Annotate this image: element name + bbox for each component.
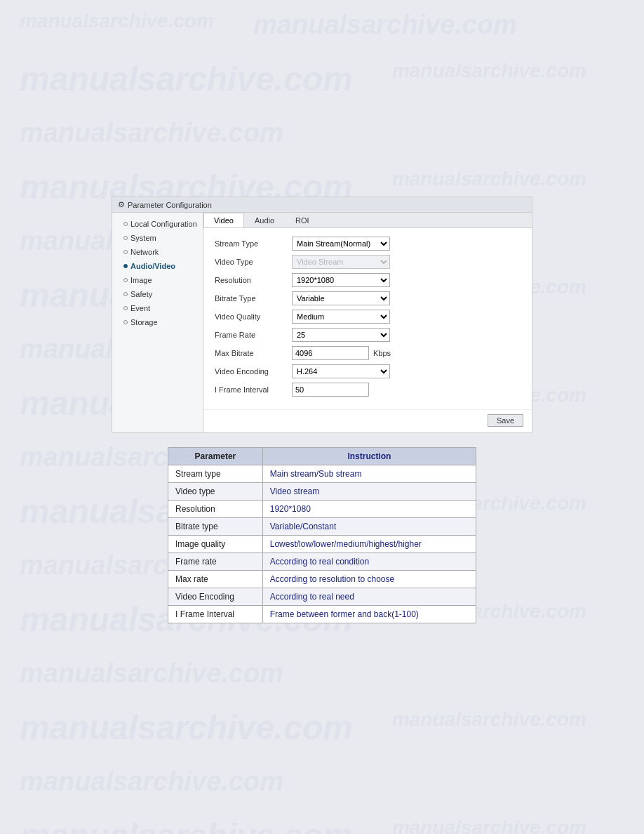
form-label-video-quality: Video Quality — [215, 312, 292, 321]
sidebar-dot — [123, 236, 128, 240]
tabs: VideoAudioROI — [203, 213, 532, 228]
select-frame-rate[interactable]: 253015 — [292, 328, 390, 342]
form-row-video-encoding: Video Encoding H.264H.265 — [215, 364, 521, 378]
page-content: ⚙ Parameter Configuration Local Configur… — [0, 0, 644, 623]
table-cell-param: Stream type — [168, 465, 263, 483]
select-video-encoding[interactable]: H.264H.265 — [292, 364, 390, 378]
tab-audio[interactable]: Audio — [244, 213, 285, 227]
form-area: Stream Type Main Stream(Normal)Sub Strea… — [203, 228, 532, 409]
form-label-bitrate-type: Bitrate Type — [215, 294, 292, 303]
table-row: Video Encoding According to real need — [168, 588, 476, 606]
table-row: Bitrate type Variable/Constant — [168, 518, 476, 536]
sidebar-dot — [123, 306, 128, 310]
select-video-type[interactable]: Video Stream — [292, 255, 390, 269]
form-control-video-encoding: H.264H.265 — [292, 364, 390, 378]
table-cell-param: Resolution — [168, 501, 263, 518]
table-row: Frame rate According to real condition — [168, 553, 476, 571]
form-control-bitrate-type: VariableConstant — [292, 291, 390, 305]
sidebar-item-safety[interactable]: Safety — [112, 287, 203, 301]
table-cell-param: Frame rate — [168, 553, 263, 571]
form-label-resolution: Resolution — [215, 276, 292, 284]
kbps-label: Kbps — [373, 349, 391, 357]
col-header-instruction: Instruction — [262, 448, 476, 465]
table-row: Video type Video stream — [168, 483, 476, 501]
sidebar-item-label: Audio/Video — [130, 262, 175, 270]
form-row-stream-type: Stream Type Main Stream(Normal)Sub Strea… — [215, 237, 521, 251]
form-control-video-type: Video Stream — [292, 255, 390, 269]
table-cell-instruction: Main stream/Sub stream — [262, 465, 476, 483]
form-label-frame-rate: Frame Rate — [215, 331, 292, 339]
sidebar-item-audio-video[interactable]: Audio/Video — [112, 259, 203, 273]
table-cell-param: Image quality — [168, 536, 263, 553]
form-control-max-bitrate: Kbps — [292, 346, 391, 360]
sidebar-item-label: System — [130, 234, 156, 242]
sidebar-item-label: Image — [130, 276, 152, 284]
form-row-video-quality: Video Quality LowestLowLowerMediumHigher… — [215, 310, 521, 324]
input-i-frame-interval[interactable] — [292, 383, 369, 397]
sidebar-item-event[interactable]: Event — [112, 301, 203, 315]
table-header-row: Parameter Instruction — [168, 448, 476, 465]
form-row-max-bitrate: Max Bitrate Kbps — [215, 346, 521, 360]
form-label-i-frame-interval: I Frame Interval — [215, 385, 292, 394]
table-cell-param: Max rate — [168, 571, 263, 588]
table-cell-instruction: Frame between former and back(1-100) — [262, 606, 476, 623]
sidebar-item-label: Network — [130, 248, 159, 256]
form-label-stream-type: Stream Type — [215, 239, 292, 248]
config-panel: ⚙ Parameter Configuration Local Configur… — [112, 197, 532, 433]
table-body: Stream type Main stream/Sub stream Video… — [168, 465, 476, 623]
form-control-i-frame-interval — [292, 383, 369, 397]
form-label-max-bitrate: Max Bitrate — [215, 349, 292, 357]
table-cell-instruction: According to real need — [262, 588, 476, 606]
table-row: Image quality Lowest/low/lower/medium/hi… — [168, 536, 476, 553]
table-cell-instruction: 1920*1080 — [262, 501, 476, 518]
table-cell-instruction: Lowest/low/lower/medium/highest/higher — [262, 536, 476, 553]
sidebar-item-system[interactable]: System — [112, 231, 203, 245]
sidebar: Local Configuration System Network Audio… — [112, 213, 203, 432]
sidebar-item-network[interactable]: Network — [112, 245, 203, 259]
form-row-frame-rate: Frame Rate 253015 — [215, 328, 521, 342]
config-title: ⚙ Parameter Configuration — [112, 197, 532, 213]
table-cell-instruction: Video stream — [262, 483, 476, 501]
sidebar-item-label: Safety — [130, 290, 152, 298]
form-row-i-frame-interval: I Frame Interval — [215, 383, 521, 397]
select-bitrate-type[interactable]: VariableConstant — [292, 291, 390, 305]
input-max-bitrate[interactable] — [292, 346, 369, 360]
form-row-bitrate-type: Bitrate Type VariableConstant — [215, 291, 521, 305]
table-row: Resolution 1920*1080 — [168, 501, 476, 518]
sidebar-item-image[interactable]: Image — [112, 273, 203, 287]
table-cell-instruction: According to real condition — [262, 553, 476, 571]
gear-icon: ⚙ — [118, 200, 125, 209]
table-cell-param: Bitrate type — [168, 518, 263, 536]
sidebar-dot — [123, 320, 128, 324]
form-control-frame-rate: 253015 — [292, 328, 390, 342]
sidebar-item-label: Event — [130, 304, 150, 312]
select-video-quality[interactable]: LowestLowLowerMediumHigherHighest — [292, 310, 390, 324]
form-label-video-encoding: Video Encoding — [215, 367, 292, 376]
form-control-stream-type: Main Stream(Normal)Sub Stream — [292, 237, 390, 251]
select-stream-type[interactable]: Main Stream(Normal)Sub Stream — [292, 237, 390, 251]
sidebar-item-local-configuration[interactable]: Local Configuration — [112, 217, 203, 231]
form-label-video-type: Video Type — [215, 258, 292, 266]
table-cell-param: Video Encoding — [168, 588, 263, 606]
tab-video[interactable]: Video — [203, 213, 244, 227]
table-cell-instruction: Variable/Constant — [262, 518, 476, 536]
sidebar-dot — [123, 278, 128, 282]
select-resolution[interactable]: 1920*10801280*720640*480 — [292, 273, 390, 287]
form-row-resolution: Resolution 1920*10801280*720640*480 — [215, 273, 521, 287]
sidebar-item-storage[interactable]: Storage — [112, 315, 203, 329]
sidebar-dot — [123, 264, 128, 268]
col-header-param: Parameter — [168, 448, 263, 465]
table-header: Parameter Instruction — [168, 448, 476, 465]
sidebar-item-label: Local Configuration — [130, 220, 197, 228]
form-control-video-quality: LowestLowLowerMediumHigherHighest — [292, 310, 390, 324]
main-area: VideoAudioROI Stream Type Main Stream(No… — [203, 213, 532, 432]
save-button[interactable]: Save — [488, 414, 523, 427]
sidebar-dot — [123, 250, 128, 254]
table-row: Max rate According to resolution to choo… — [168, 571, 476, 588]
form-row-video-type: Video Type Video Stream — [215, 255, 521, 269]
table-cell-param: I Frame Interval — [168, 606, 263, 623]
tab-roi[interactable]: ROI — [285, 213, 320, 227]
save-area: Save — [203, 409, 532, 432]
sidebar-item-label: Storage — [130, 318, 158, 326]
config-panel-title: Parameter Configuration — [128, 201, 212, 209]
